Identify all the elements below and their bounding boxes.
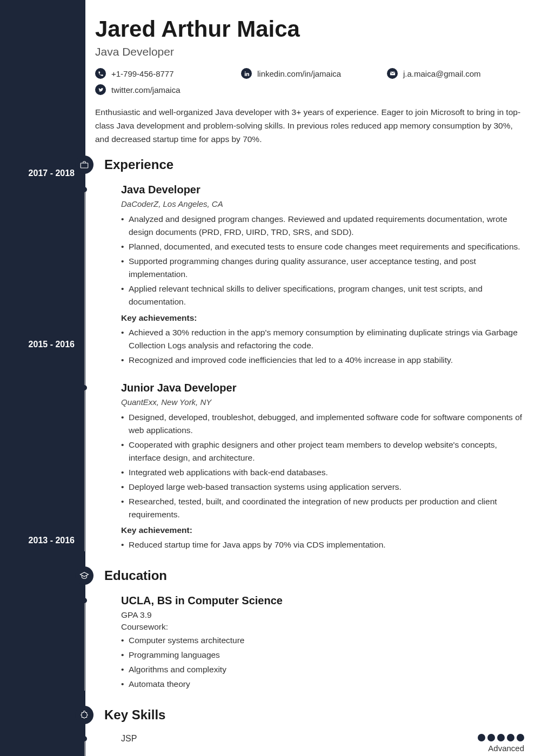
education-section-header: Education	[75, 566, 524, 585]
achievements-label: Key achievements:	[121, 313, 524, 323]
timeline-dot	[82, 598, 87, 603]
phone-text: +1-799-456-8777	[111, 69, 174, 78]
job-bullet: Cooperated with graphic designers and ot…	[121, 438, 524, 464]
job-bullet: Integrated web applications with back-en…	[121, 466, 524, 479]
twitter-icon	[95, 84, 106, 95]
graduation-cap-icon	[75, 566, 93, 585]
rating-dots	[478, 734, 524, 741]
timeline-line	[84, 600, 85, 691]
linkedin-icon	[241, 68, 252, 79]
experience-section-header: Experience	[75, 156, 524, 174]
timeline-dot	[82, 736, 87, 741]
briefcase-icon	[75, 156, 93, 174]
course-item: Computer systems architecture	[121, 634, 524, 647]
gpa: GPA 3.9	[121, 610, 524, 620]
contact-phone: +1-799-456-8777	[95, 68, 219, 79]
svg-rect-0	[81, 163, 88, 168]
experience-entry: Java DeveloperDaCoderZ, Los Angeles, CAA…	[95, 184, 524, 366]
phone-icon	[95, 68, 106, 79]
experience-timeline: Java DeveloperDaCoderZ, Los Angeles, CAA…	[95, 184, 524, 551]
timeline-line	[84, 189, 85, 551]
job-bullet: Researched, tested, built, and coordinat…	[121, 495, 524, 521]
rating-dot	[507, 734, 514, 741]
job-bullet: Analyzed and designed program changes. R…	[121, 213, 524, 239]
achievements-list: Achieved a 30% reduction in the app's me…	[121, 326, 524, 367]
entry-dates: 2015 - 2016	[29, 340, 75, 349]
course-item: Automata theory	[121, 678, 524, 691]
coursework-list: Computer systems architectureProgramming…	[121, 634, 524, 691]
timeline-dot	[82, 187, 87, 192]
skill-rating: Advanced	[478, 734, 524, 753]
degree: UCLA, BS in Computer Science	[121, 595, 524, 607]
achievements-label: Key achievement:	[121, 525, 524, 535]
job-role: Junior Java Developer	[121, 382, 524, 394]
rating-dot	[517, 734, 524, 741]
person-title: Java Developer	[95, 45, 524, 58]
job-bullet: Designed, developed, troubleshot, debugg…	[121, 411, 524, 437]
experience-heading: Experience	[104, 157, 173, 172]
email-text: j.a.maica@gmail.com	[403, 69, 481, 78]
rating-dot	[487, 734, 495, 741]
job-bullet: Supported programming changes during qua…	[121, 255, 524, 281]
timeline-line	[84, 739, 85, 756]
summary: Enthusiastic and well-organized Java dev…	[95, 106, 524, 146]
education-timeline: UCLA, BS in Computer ScienceGPA 3.9Cours…	[95, 595, 524, 691]
job-bullets: Designed, developed, troubleshot, debugg…	[121, 411, 524, 521]
email-icon	[387, 68, 398, 79]
rating-dot	[497, 734, 505, 741]
person-name: Jared Arthur Maica	[95, 16, 524, 42]
contacts: +1-799-456-8777 linkedin.com/in/jamaica …	[95, 68, 524, 95]
contact-twitter: twitter.com/jamaica	[95, 84, 219, 95]
education-heading: Education	[104, 568, 167, 583]
achievement-item: Achieved a 30% reduction in the app's me…	[121, 326, 524, 352]
entry-dates: 2013 - 2016	[29, 536, 75, 545]
job-bullet: Applied relevant technical skills to del…	[121, 282, 524, 308]
contact-linkedin: linkedin.com/in/jamaica	[241, 68, 365, 79]
timeline-dot	[82, 385, 87, 390]
job-bullets: Analyzed and designed program changes. R…	[121, 213, 524, 308]
twitter-text: twitter.com/jamaica	[111, 85, 180, 94]
education-entry: UCLA, BS in Computer ScienceGPA 3.9Cours…	[95, 595, 524, 691]
main-content: Jared Arthur Maica Java Developer +1-799…	[85, 0, 535, 756]
skill-row: JSPAdvanced	[95, 734, 524, 753]
skills-timeline: JSPAdvanced	[95, 734, 524, 753]
rating-dot	[478, 734, 485, 741]
achievement-item: Recognized and improved code inefficienc…	[121, 354, 524, 367]
entry-dates: 2017 - 2018	[29, 168, 75, 178]
job-bullet: Planned, documented, and executed tests …	[121, 240, 524, 253]
skills-section-header: Key Skills	[75, 706, 524, 724]
achievements-list: Reduced startup time for Java apps by 70…	[121, 538, 524, 551]
rating-label: Advanced	[478, 744, 524, 753]
sidebar: 2017 - 20182015 - 20162013 - 2016	[0, 0, 85, 756]
course-item: Algorithms and complexity	[121, 663, 524, 676]
achievement-item: Reduced startup time for Java apps by 70…	[121, 538, 524, 551]
contact-email: j.a.maica@gmail.com	[387, 68, 511, 79]
job-bullet: Deployed large web-based transaction sys…	[121, 481, 524, 494]
puzzle-icon	[75, 706, 93, 724]
skills-heading: Key Skills	[104, 707, 165, 723]
job-company: DaCoderZ, Los Angeles, CA	[121, 199, 524, 208]
course-item: Programming languages	[121, 649, 524, 662]
header: Jared Arthur Maica Java Developer	[95, 16, 524, 58]
job-role: Java Developer	[121, 184, 524, 196]
skill-name: JSP	[121, 734, 137, 744]
coursework-label: Coursework:	[121, 622, 524, 632]
experience-entry: Junior Java DeveloperQuantExx, New York,…	[95, 382, 524, 551]
linkedin-text: linkedin.com/in/jamaica	[257, 69, 341, 78]
job-company: QuantExx, New York, NY	[121, 397, 524, 407]
